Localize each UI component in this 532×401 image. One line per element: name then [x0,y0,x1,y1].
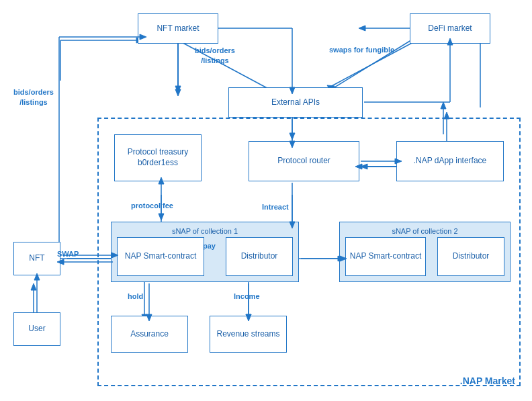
external-apis-box: External APIs [228,87,363,118]
nap-dapp-box: .NAP dApp interface [396,141,504,181]
nft-market-box: NFT market [138,13,218,44]
distributor1-box: Distributor [226,237,293,276]
nap-smart2-box: NAP Smart-contract [345,237,426,276]
bids-top-label: bids/orders/listings [195,46,235,66]
assurance-box: Assurance [111,316,188,353]
protocol-fee-label: protocol fee [131,202,173,210]
protocol-router-box: Protocol router [249,141,359,181]
svg-marker-23 [31,283,36,290]
pay-label: pay [203,242,216,250]
hold-label: hold [128,292,143,300]
defi-market-box: DeFi market [410,13,490,44]
nap-smart1-box: NAP Smart-contract [117,237,204,276]
swap-label: SWAP [57,250,79,258]
snap1-container: sNAP of collection 1 NAP Smart-contract … [111,222,299,282]
user-box: User [13,312,60,346]
nap-market-label: .NAP Market [460,375,515,386]
bids-left-label: bids/orders/listings [13,87,54,108]
distributor2-box: Distributor [437,237,504,276]
income-label: Income [234,292,260,300]
svg-marker-1 [175,86,181,93]
snap2-container: sNAP of collection 2 NAP Smart-contract … [339,222,511,282]
svg-line-32 [329,37,416,91]
nft-box: NFT [13,242,60,275]
svg-marker-49 [359,26,365,31]
interact-label: Intreact [262,203,289,211]
svg-marker-12 [441,102,446,109]
svg-line-2 [329,37,423,87]
swaps-label: swaps for fungible [329,46,394,54]
protocol-treasury-box: Protocol treasury b0rder1ess [114,134,202,181]
revenue-streams-box: Revenue streams [210,316,287,353]
svg-marker-41 [175,89,181,96]
